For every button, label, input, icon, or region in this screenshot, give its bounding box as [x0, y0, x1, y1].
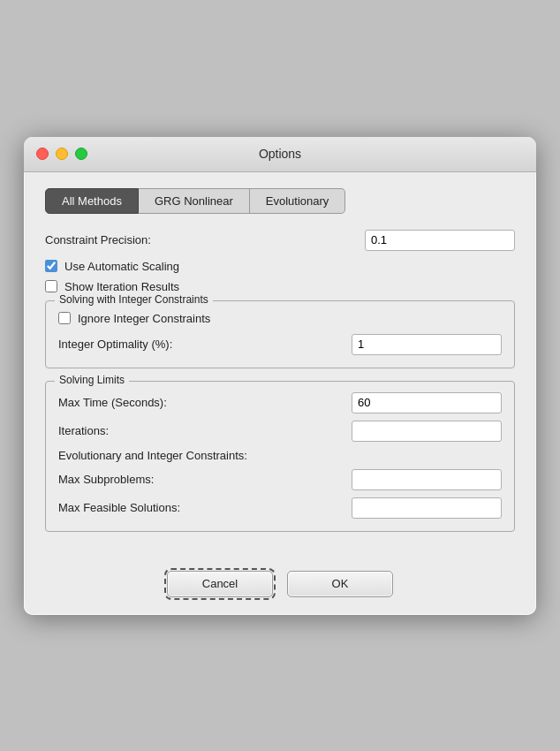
- optimality-label: Integer Optimality (%):: [58, 338, 352, 351]
- automatic-scaling-label: Use Automatic Scaling: [64, 260, 179, 273]
- ignore-integer-checkbox[interactable]: [58, 312, 71, 324]
- max-feasible-label: Max Feasible Solutions:: [58, 501, 352, 514]
- solving-limits-group-title: Solving Limits: [55, 374, 129, 386]
- show-iteration-label: Show Iteration Results: [64, 280, 179, 293]
- solving-limits-group: Solving Limits Max Time (Seconds): Itera…: [45, 381, 515, 532]
- close-button[interactable]: [36, 148, 49, 160]
- titlebar: Options: [24, 137, 536, 172]
- tab-evolutionary[interactable]: Evolutionary: [250, 188, 346, 214]
- ignore-integer-label: Ignore Integer Constraints: [78, 312, 210, 325]
- integer-constraints-group-title: Solving with Integer Constraints: [55, 293, 213, 306]
- max-feasible-row: Max Feasible Solutions:: [58, 497, 502, 519]
- max-subproblems-label: Max Subproblems:: [58, 473, 352, 486]
- optimality-row: Integer Optimality (%):: [58, 334, 502, 355]
- max-feasible-input[interactable]: [352, 497, 502, 519]
- max-time-row: Max Time (Seconds):: [58, 392, 502, 413]
- tabs-container: All Methods GRG Nonlinear Evolutionary: [45, 188, 515, 214]
- iterations-input[interactable]: [352, 421, 502, 442]
- evo-int-label: Evolutionary and Integer Constraints:: [58, 449, 502, 462]
- show-iteration-checkbox[interactable]: [45, 280, 57, 292]
- integer-constraints-group: Solving with Integer Constraints Ignore …: [45, 300, 515, 368]
- window-title: Options: [259, 147, 301, 161]
- zoom-button[interactable]: [75, 148, 87, 160]
- show-iteration-row: Show Iteration Results: [45, 280, 515, 293]
- iterations-row: Iterations:: [58, 421, 502, 442]
- ignore-integer-row: Ignore Integer Constraints: [58, 312, 502, 325]
- ok-button[interactable]: OK: [287, 571, 393, 597]
- content-area: All Methods GRG Nonlinear Evolutionary C…: [24, 172, 536, 562]
- optimality-input[interactable]: [352, 334, 502, 355]
- automatic-scaling-row: Use Automatic Scaling: [45, 260, 515, 273]
- tab-grg-nonlinear[interactable]: GRG Nonlinear: [139, 188, 250, 214]
- traffic-lights: [36, 148, 87, 160]
- max-subproblems-row: Max Subproblems:: [58, 469, 502, 490]
- cancel-button[interactable]: Cancel: [167, 571, 273, 597]
- automatic-scaling-checkbox[interactable]: [45, 260, 57, 272]
- iterations-label: Iterations:: [58, 424, 352, 437]
- max-time-input[interactable]: [352, 392, 502, 413]
- minimize-button[interactable]: [56, 148, 68, 160]
- constraint-precision-label: Constraint Precision:: [45, 233, 365, 247]
- constraint-precision-input[interactable]: [365, 230, 515, 251]
- max-subproblems-input[interactable]: [352, 469, 502, 490]
- footer: Cancel OK: [24, 562, 536, 615]
- options-window: Options All Methods GRG Nonlinear Evolut…: [24, 137, 536, 615]
- constraint-precision-row: Constraint Precision:: [45, 230, 515, 251]
- tab-all-methods[interactable]: All Methods: [45, 188, 139, 214]
- max-time-label: Max Time (Seconds):: [58, 396, 352, 409]
